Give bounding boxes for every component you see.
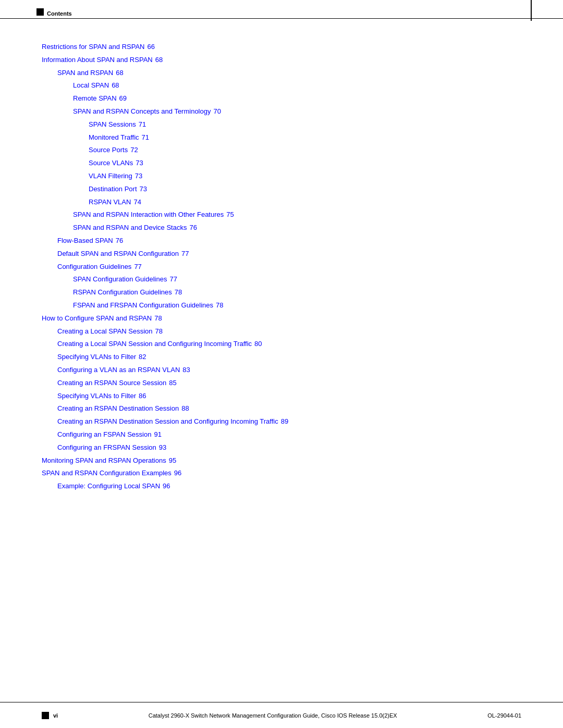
toc-link[interactable]: VLAN Filtering — [89, 171, 132, 182]
toc-entry: VLAN Filtering 73 — [89, 171, 521, 182]
toc-link[interactable]: Monitored Traffic — [89, 132, 139, 143]
page-container: Contents Restrictions for SPAN and RSPAN… — [0, 0, 563, 728]
toc-link[interactable]: Remote SPAN — [73, 93, 117, 104]
toc-entry: Source Ports 72 — [89, 145, 521, 156]
toc-link[interactable]: Configuring an FSPAN Session — [57, 429, 151, 440]
toc-page-number: 66 — [147, 42, 154, 53]
toc-page-number: 83 — [182, 365, 190, 376]
toc-link[interactable]: Creating an RSPAN Destination Session — [57, 403, 179, 414]
toc-page-number: 71 — [139, 119, 146, 130]
toc-link[interactable]: Creating an RSPAN Source Session — [57, 378, 166, 389]
toc-link[interactable]: Specifying VLANs to Filter — [57, 352, 136, 363]
footer-title: Catalyst 2960-X Switch Network Managemen… — [68, 712, 477, 719]
toc-entry: Specifying VLANs to Filter 86 — [57, 391, 521, 402]
toc-page-number: 78 — [155, 326, 163, 337]
toc-page-number: 85 — [169, 378, 176, 389]
toc-link[interactable]: Restrictions for SPAN and RSPAN — [42, 42, 144, 53]
black-square-marker-top — [36, 8, 44, 16]
toc-page-number: 77 — [181, 249, 189, 260]
toc-page-number: 78 — [175, 287, 182, 298]
toc-link[interactable]: Source Ports — [89, 145, 128, 156]
toc-entry: Creating an RSPAN Destination Session 88 — [57, 403, 521, 414]
toc-page-number: 96 — [163, 481, 170, 492]
toc-page-number: 77 — [169, 274, 177, 285]
contents-header: Contents — [47, 10, 72, 17]
toc-link[interactable]: RSPAN Configuration Guidelines — [73, 287, 172, 298]
toc-page-number: 80 — [254, 339, 262, 350]
bottom-bar: vi Catalyst 2960-X Switch Network Manage… — [0, 702, 563, 728]
toc-page-number: 91 — [154, 429, 161, 440]
toc-page-number: 70 — [213, 106, 221, 117]
toc-entry: Local SPAN 68 — [73, 80, 521, 91]
toc-page-number: 71 — [142, 132, 149, 143]
toc-link[interactable]: SPAN Sessions — [89, 119, 136, 130]
toc-page-number: 73 — [136, 158, 143, 169]
toc-link[interactable]: RSPAN VLAN — [89, 197, 131, 208]
toc-page-number: 77 — [134, 262, 141, 273]
toc-link[interactable]: SPAN and RSPAN — [57, 68, 113, 79]
toc-entry: Example: Configuring Local SPAN 96 — [57, 481, 521, 492]
toc-entry: Information About SPAN and RSPAN 68 — [42, 55, 521, 66]
toc-link[interactable]: Local SPAN — [73, 80, 109, 91]
toc-link[interactable]: Creating an RSPAN Destination Session an… — [57, 416, 278, 427]
top-border — [0, 18, 563, 19]
toc-entry: Configuring an FSPAN Session 91 — [57, 429, 521, 440]
toc-entry: Configuring a VLAN as an RSPAN VLAN 83 — [57, 365, 521, 376]
toc-entry: RSPAN Configuration Guidelines 78 — [73, 287, 521, 298]
toc-page-number: 78 — [216, 300, 223, 311]
toc-link[interactable]: FSPAN and FRSPAN Configuration Guideline… — [73, 300, 213, 311]
toc-entry: Creating a Local SPAN Session and Config… — [57, 339, 521, 350]
black-square-marker-bottom — [42, 712, 49, 719]
toc-link[interactable]: Source VLANs — [89, 158, 133, 169]
toc-link[interactable]: Flow-Based SPAN — [57, 236, 113, 246]
toc-entry: Source VLANs 73 — [89, 158, 521, 169]
toc-entry: RSPAN VLAN 74 — [89, 197, 521, 208]
toc-page-number: 76 — [189, 223, 197, 233]
toc-link[interactable]: SPAN and RSPAN Concepts and Terminology — [73, 106, 211, 117]
toc-link[interactable]: SPAN Configuration Guidelines — [73, 274, 167, 285]
toc-link[interactable]: Creating a Local SPAN Session and Config… — [57, 339, 252, 350]
toc-link[interactable]: Destination Port — [89, 184, 137, 195]
toc-page-number: 96 — [174, 468, 181, 479]
toc-content-area: Restrictions for SPAN and RSPAN 66Inform… — [0, 31, 563, 697]
toc-entry: Default SPAN and RSPAN Configuration 77 — [57, 249, 521, 260]
toc-page-number: 74 — [133, 197, 141, 208]
right-border-line — [531, 0, 532, 21]
toc-page-number: 89 — [281, 416, 288, 427]
page-number: vi — [53, 712, 58, 719]
toc-page-number: 75 — [226, 209, 234, 220]
toc-link[interactable]: SPAN and RSPAN Configuration Examples — [42, 468, 172, 479]
toc-entry: Destination Port 73 — [89, 184, 521, 195]
toc-entry: Configuration Guidelines 77 — [57, 262, 521, 273]
toc-link[interactable]: Configuration Guidelines — [57, 262, 131, 273]
toc-link[interactable]: Specifying VLANs to Filter — [57, 391, 136, 402]
toc-page-number: 72 — [130, 145, 138, 156]
toc-link[interactable]: How to Configure SPAN and RSPAN — [42, 313, 152, 324]
toc-link[interactable]: SPAN and RSPAN and Device Stacks — [73, 223, 187, 233]
toc-link[interactable]: Configuring an FRSPAN Session — [57, 442, 156, 453]
toc-link[interactable]: Configuring a VLAN as an RSPAN VLAN — [57, 365, 180, 376]
toc-page-number: 68 — [155, 55, 163, 66]
toc-entry: SPAN and RSPAN 68 — [57, 68, 521, 79]
toc-page-number: 86 — [139, 391, 146, 402]
toc-link[interactable]: Information About SPAN and RSPAN — [42, 55, 153, 66]
toc-page-number: 78 — [154, 313, 162, 324]
toc-page-number: 76 — [116, 236, 123, 246]
toc-link[interactable]: Default SPAN and RSPAN Configuration — [57, 249, 179, 260]
toc-link[interactable]: Creating a Local SPAN Session — [57, 326, 153, 337]
toc-page-number: 93 — [159, 442, 166, 453]
toc-link[interactable]: Monitoring SPAN and RSPAN Operations — [42, 455, 166, 466]
toc-entry: Creating a Local SPAN Session 78 — [57, 326, 521, 337]
toc-link[interactable]: SPAN and RSPAN Interaction with Other Fe… — [73, 209, 224, 220]
toc-link[interactable]: Example: Configuring Local SPAN — [57, 481, 160, 492]
toc-entry: Restrictions for SPAN and RSPAN 66 — [42, 42, 521, 53]
toc-entry: Monitored Traffic 71 — [89, 132, 521, 143]
toc-entry: Creating an RSPAN Source Session 85 — [57, 378, 521, 389]
toc-page-number: 88 — [181, 403, 189, 414]
toc-page-number: 82 — [139, 352, 146, 363]
toc-page-number: 68 — [112, 80, 119, 91]
toc-entry: SPAN and RSPAN and Device Stacks 76 — [73, 223, 521, 233]
toc-entry: SPAN and RSPAN Interaction with Other Fe… — [73, 209, 521, 220]
toc-entry: Flow-Based SPAN 76 — [57, 236, 521, 246]
toc-page-number: 69 — [119, 93, 127, 104]
